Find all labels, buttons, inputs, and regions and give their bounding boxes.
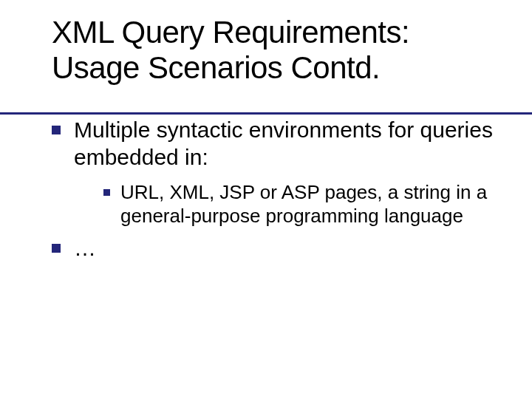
- title-line-1: XML Query Requirements:: [52, 15, 409, 50]
- content-area: Multiple syntactic environments for quer…: [52, 116, 502, 262]
- sub-bullet-text: URL, XML, JSP or ASP pages, a string in …: [120, 180, 502, 228]
- title-underline: [0, 112, 532, 115]
- sub-bullet-group: URL, XML, JSP or ASP pages, a string in …: [103, 180, 502, 228]
- square-bullet-icon: [52, 244, 61, 253]
- slide-title: XML Query Requirements: Usage Scenarios …: [52, 15, 502, 86]
- square-bullet-icon: [52, 126, 61, 134]
- bullet-level1: …: [52, 234, 502, 262]
- bullet-level2: URL, XML, JSP or ASP pages, a string in …: [103, 180, 502, 228]
- bullet-text: …: [74, 234, 96, 262]
- slide: XML Query Requirements: Usage Scenarios …: [0, 0, 532, 399]
- title-line-2: Usage Scenarios Contd.: [52, 50, 380, 85]
- bullet-text: Multiple syntactic environments for quer…: [74, 116, 502, 171]
- bullet-level1: Multiple syntactic environments for quer…: [52, 116, 502, 171]
- square-bullet-icon: [103, 189, 110, 196]
